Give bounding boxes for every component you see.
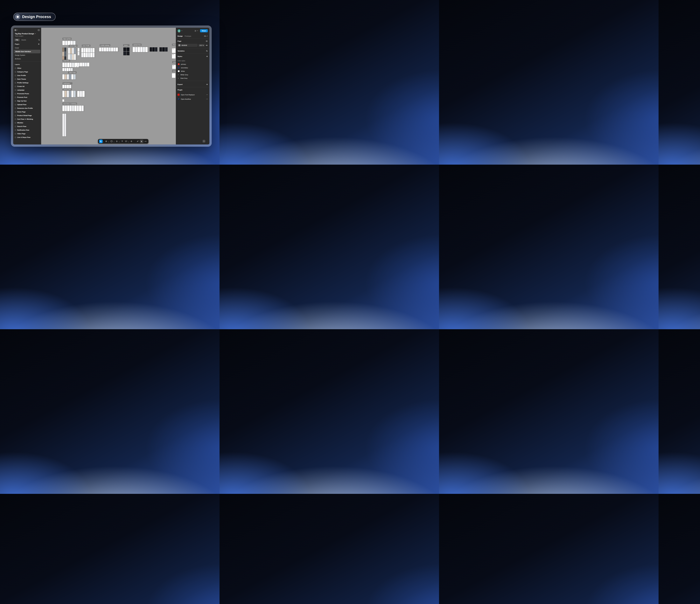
color-style-item[interactable]: primary	[176, 62, 209, 66]
shape-tool-chevron-icon[interactable]	[114, 142, 115, 142]
frame-cluster[interactable]	[99, 47, 119, 52]
canvas-card[interactable]	[172, 73, 175, 78]
canvas-frame-label[interactable]: Search Flow	[62, 88, 72, 91]
frame-cluster[interactable]	[75, 62, 90, 67]
canvas-frame-label[interactable]: Profile Settings	[100, 44, 110, 46]
frame-cluster[interactable]	[77, 48, 80, 56]
present-chevron-down-icon[interactable]	[197, 30, 198, 31]
layer-item[interactable]: campaign	[13, 88, 41, 92]
toggle-panel-icon[interactable]	[38, 29, 40, 31]
frame-cluster[interactable]	[81, 48, 95, 58]
frame-cluster[interactable]	[62, 105, 84, 111]
canvas-frame-label[interactable]: Crea...	[172, 70, 176, 72]
text-tool[interactable]: T	[120, 140, 124, 143]
canvas-frame-label[interactable]: Cart Flow >> Working	[62, 103, 77, 105]
frame-cluster[interactable]	[62, 68, 74, 72]
layer-item[interactable]: User Profile	[13, 74, 41, 77]
canvas-frame-label[interactable]: Notification ...	[62, 82, 72, 84]
canvas-frame-label[interactable]: Upload Flow	[132, 44, 142, 46]
canvas-card[interactable]: Pro	[172, 54, 176, 58]
layer-item[interactable]: Other	[13, 66, 41, 70]
comment-tool-chevron-icon[interactable]	[128, 142, 129, 142]
frame-tool[interactable]	[104, 140, 108, 143]
canvas-frame-label[interactable]: Promo	[172, 44, 176, 46]
canvas-frame-label[interactable]: Sign Up flow	[62, 37, 72, 40]
plugin-item[interactable]: Open Font Replacer	[176, 93, 209, 97]
canvas-card[interactable]: car	[172, 65, 176, 69]
add-page-icon[interactable]	[38, 43, 40, 45]
frame-tool-chevron-icon[interactable]	[108, 142, 109, 142]
frame-cluster[interactable]	[62, 74, 76, 80]
plugin-item[interactable]: Open Autoflow	[176, 97, 209, 101]
present-play-icon[interactable]	[195, 30, 196, 32]
canvas-frame-label[interactable]: Video Page	[68, 71, 77, 74]
layer-item[interactable]: Dark Theme	[13, 77, 41, 81]
canvas-frame-label[interactable]: Chat Flow	[62, 60, 70, 62]
help-button[interactable]: ?	[202, 140, 206, 143]
canvas-frame-label[interactable]: camp...	[172, 61, 176, 63]
page-color-field[interactable]: 9B9B9B	[177, 44, 198, 47]
page-opacity-field[interactable]: 100 %	[198, 44, 205, 47]
layer-item[interactable]: Someone else Profile	[13, 106, 41, 110]
pen-tool[interactable]	[115, 140, 119, 143]
layer-item[interactable]: Cart Flow >> Working	[13, 117, 41, 121]
avatar-chevron-down-icon[interactable]	[181, 30, 182, 31]
page-item[interactable]: Mobile User Interface	[14, 50, 40, 53]
main-menu-icon[interactable]	[15, 29, 16, 31]
tab-prototype[interactable]: Prototype	[185, 35, 191, 37]
frame-cluster[interactable]	[62, 90, 76, 98]
layer-item[interactable]: Promoted Posts	[13, 92, 41, 96]
color-style-item[interactable]: White Grey	[176, 73, 209, 76]
share-button[interactable]: Share	[200, 29, 208, 32]
page-item[interactable]: Cover	[13, 46, 41, 50]
search-icon[interactable]	[38, 39, 40, 41]
color-style-item[interactable]: secondary	[176, 66, 209, 70]
canvas-frame-label[interactable]: User Profile	[82, 45, 91, 47]
page-item[interactable]: Design System	[13, 53, 41, 57]
layer-item[interactable]: Promote Post	[13, 96, 41, 99]
zoom-control[interactable]: 4%	[204, 35, 208, 37]
add-style-icon[interactable]	[206, 56, 208, 57]
shape-tool[interactable]	[110, 140, 113, 143]
remove-plugin-icon[interactable]	[206, 95, 208, 95]
frame-cluster[interactable]	[62, 113, 67, 137]
layer-item[interactable]: Wishlist	[13, 121, 41, 125]
color-style-item[interactable]: White	[176, 70, 209, 73]
comment-tool[interactable]	[124, 140, 128, 143]
add-export-icon[interactable]	[206, 84, 208, 85]
tab-assets[interactable]: Assets	[20, 39, 27, 41]
color-style-item[interactable]: Dark Grey	[176, 76, 209, 80]
draw-annotate-icon[interactable]	[136, 140, 140, 143]
canvas-frame-label[interactable]: Some...	[123, 44, 129, 46]
menu-chevron-down-icon[interactable]	[17, 30, 18, 30]
tab-design[interactable]: Design	[177, 35, 183, 37]
frame-cluster[interactable]	[68, 47, 76, 60]
variables-settings-icon[interactable]	[206, 50, 208, 52]
canvas-frame-label[interactable]: Home Page	[69, 45, 77, 47]
frame-cluster[interactable]	[159, 47, 168, 52]
layer-item[interactable]: Create Ad	[13, 84, 41, 88]
pen-tool-chevron-icon[interactable]	[119, 142, 120, 142]
page-options-icon[interactable]	[206, 40, 208, 42]
move-tool-chevron-icon[interactable]	[103, 142, 104, 142]
frame-cluster[interactable]	[123, 47, 130, 56]
canvas[interactable]: T </> ProProcarSig	[41, 28, 176, 145]
frame-cluster[interactable]	[149, 47, 158, 52]
layer-item[interactable]: Category Page	[13, 70, 41, 74]
layer-item[interactable]: Sign Up flow	[13, 99, 41, 103]
page-visibility-eye-icon[interactable]	[206, 45, 208, 46]
project-title[interactable]: Tag Bay Product Design	[15, 33, 34, 35]
layer-item[interactable]: Live & Steps Flow	[13, 135, 41, 139]
frame-cluster[interactable]	[62, 47, 67, 61]
avatar[interactable]	[177, 29, 181, 32]
remove-plugin-icon[interactable]	[206, 99, 208, 99]
tab-file[interactable]: File	[14, 39, 20, 41]
layer-item[interactable]: Profile Settings	[13, 81, 41, 84]
layer-item[interactable]: Video Page	[13, 132, 41, 135]
frame-cluster[interactable]	[132, 47, 149, 52]
layer-item[interactable]: Search Flow	[13, 125, 41, 128]
project-chevron-down-icon[interactable]	[35, 33, 36, 34]
frame-cluster[interactable]	[62, 99, 65, 102]
move-tool[interactable]	[99, 140, 103, 143]
select-mode-icon[interactable]	[140, 140, 143, 143]
